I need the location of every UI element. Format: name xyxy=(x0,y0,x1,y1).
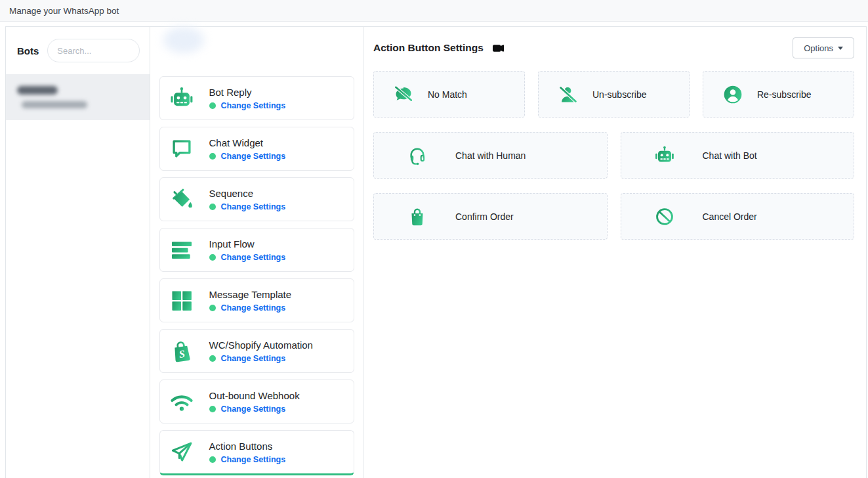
robot-icon xyxy=(169,86,194,111)
chevron-down-icon xyxy=(838,47,843,50)
feature-card-shopify-automation[interactable]: S WC/Shopify Automation Change Settings xyxy=(159,329,354,373)
grid-icon xyxy=(169,288,194,313)
redacted-avatar-blob xyxy=(163,27,204,53)
chat-slash-icon xyxy=(393,84,414,105)
paint-bucket-icon xyxy=(169,187,194,212)
feature-title: Message Template xyxy=(209,289,292,300)
main-panel: Bots xyxy=(5,26,867,478)
feature-card-message-template[interactable]: Message Template Change Settings xyxy=(159,278,354,322)
options-button[interactable]: Options xyxy=(793,37,854,58)
feature-card-sequence[interactable]: Sequence Change Settings xyxy=(159,177,354,221)
panel-title: Action Button Settings xyxy=(373,42,484,54)
change-settings-link[interactable]: Change Settings xyxy=(221,253,286,262)
action-card-label: Re-subscribe xyxy=(757,89,811,100)
ban-icon xyxy=(654,206,675,227)
feature-title: Sequence xyxy=(209,188,286,199)
action-card-label: No Match xyxy=(428,89,467,100)
robot-icon xyxy=(654,145,675,166)
feature-title: Out-bound Webhook xyxy=(209,390,300,401)
change-settings-link[interactable]: Change Settings xyxy=(221,303,286,313)
video-camera-icon[interactable] xyxy=(493,43,504,54)
action-button-settings-panel: Action Button Settings Options xyxy=(363,27,866,478)
change-settings-link[interactable]: Change Settings xyxy=(221,152,286,161)
bots-sidebar: Bots xyxy=(6,27,150,478)
status-dot xyxy=(209,406,216,412)
redacted-bot-phone xyxy=(22,101,87,108)
feature-card-action-buttons[interactable]: Action Buttons Change Settings xyxy=(159,430,354,475)
bots-label: Bots xyxy=(17,45,39,56)
change-settings-link[interactable]: Change Settings xyxy=(221,354,286,363)
action-card-label: Chat with Bot xyxy=(703,150,757,161)
action-card-label: Chat with Human xyxy=(455,150,526,161)
bots-sidebar-header: Bots xyxy=(6,27,150,74)
bars-icon xyxy=(169,238,194,263)
feature-title: Bot Reply xyxy=(209,87,286,98)
action-card-label: Cancel Order xyxy=(703,211,757,222)
features-column: Bot Reply Change Settings Chat Widget Ch… xyxy=(150,27,363,478)
action-card-label: Un-subscribe xyxy=(592,89,646,100)
change-settings-link[interactable]: Change Settings xyxy=(221,455,286,464)
feature-title: WC/Shopify Automation xyxy=(209,339,313,351)
status-dot xyxy=(209,456,216,463)
action-card-confirm-order[interactable]: Confirm Order xyxy=(373,193,608,240)
action-card-resubscribe[interactable]: Re-subscribe xyxy=(703,71,854,118)
wifi-icon xyxy=(169,389,194,414)
status-dot xyxy=(209,355,216,362)
action-card-unsubscribe[interactable]: Un-subscribe xyxy=(538,71,690,118)
status-dot xyxy=(209,254,216,261)
status-dot xyxy=(209,153,216,160)
feature-card-outbound-webhook[interactable]: Out-bound Webhook Change Settings xyxy=(159,380,354,424)
feature-card-chat-widget[interactable]: Chat Widget Change Settings xyxy=(159,127,354,171)
redacted-bot-name xyxy=(17,86,58,95)
feature-title: Action Buttons xyxy=(209,441,286,452)
change-settings-link[interactable]: Change Settings xyxy=(221,101,286,110)
shopping-bag-icon xyxy=(407,206,428,227)
action-card-label: Confirm Order xyxy=(455,211,514,222)
search-input[interactable] xyxy=(47,39,140,62)
feature-title: Chat Widget xyxy=(209,137,286,148)
bot-list-item-selected[interactable] xyxy=(6,74,150,120)
top-bar: Manage your WhatsApp bot xyxy=(0,0,868,22)
status-dot xyxy=(209,102,216,109)
feature-title: Input Flow xyxy=(209,238,286,250)
change-settings-link[interactable]: Change Settings xyxy=(221,404,286,414)
person-circle-icon xyxy=(722,84,743,105)
shopify-bag-icon: S xyxy=(169,339,194,364)
action-card-chat-with-human[interactable]: Chat with Human xyxy=(373,132,608,179)
person-slash-icon xyxy=(558,84,579,105)
paper-plane-icon xyxy=(169,440,194,465)
feature-card-bot-reply[interactable]: Bot Reply Change Settings xyxy=(159,76,354,120)
status-dot xyxy=(209,204,216,210)
action-card-cancel-order[interactable]: Cancel Order xyxy=(621,193,855,240)
chat-bubble-icon xyxy=(169,137,194,162)
action-card-no-match[interactable]: No Match xyxy=(373,71,525,118)
change-settings-link[interactable]: Change Settings xyxy=(221,202,286,211)
page-title: Manage your WhatsApp bot xyxy=(9,6,119,16)
headset-icon xyxy=(407,145,428,166)
status-dot xyxy=(209,305,216,311)
action-card-chat-with-bot[interactable]: Chat with Bot xyxy=(621,132,855,179)
feature-card-input-flow[interactable]: Input Flow Change Settings xyxy=(159,228,354,272)
